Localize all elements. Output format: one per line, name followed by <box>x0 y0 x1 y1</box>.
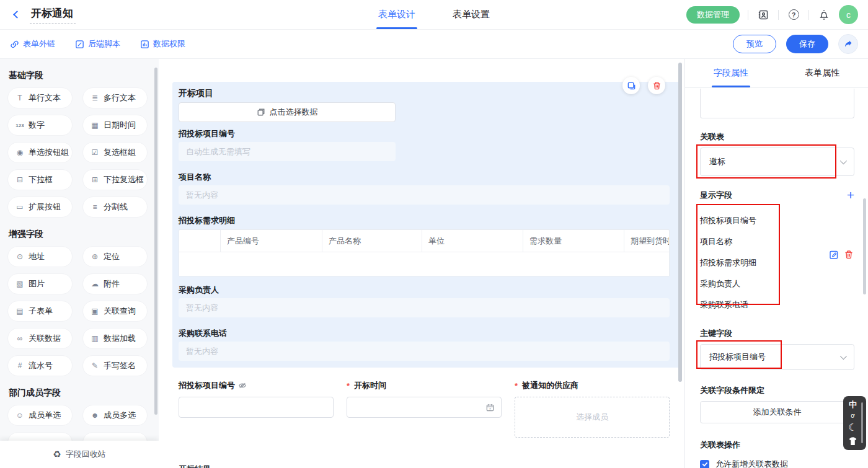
sidebar-item-流水号[interactable]: #流水号 <box>7 355 73 376</box>
share-button[interactable] <box>838 34 858 54</box>
data-manage-button[interactable]: 数据管理 <box>686 6 740 24</box>
tab-form-design[interactable]: 表单设计 <box>378 0 415 29</box>
tab-form-properties[interactable]: 表单属性 <box>777 59 868 87</box>
multi-select-icon: ⊞ <box>90 175 100 184</box>
bid-result-field[interactable]: 开标结果 名次供应商最终得分 <box>179 464 668 468</box>
add-display-field-button[interactable]: + <box>847 190 854 201</box>
delete-field-button[interactable] <box>648 77 665 94</box>
related-data-field-block[interactable]: 开标项目 点击选择数据 招投标项目编号 自动生成无需填写 项目名称 暂无内容 招… <box>172 82 680 368</box>
sidebar-item-单行文本[interactable]: T单行文本 <box>7 87 73 108</box>
allow-add-label: 允许新增关联表数据 <box>715 459 788 468</box>
user-avatar[interactable]: c <box>839 5 858 24</box>
theme-shirt-icon[interactable] <box>848 437 857 446</box>
field-recycle-bin[interactable]: ♻ 字段回收站 <box>0 441 159 468</box>
dark-mode-moon-icon[interactable]: ☾ <box>848 423 857 433</box>
sidebar-item-扩展按钮[interactable]: ▭扩展按钮 <box>7 196 73 218</box>
display-field-item[interactable]: 采购联系电话 <box>700 294 854 316</box>
sidebar-item-附件[interactable]: ☁附件 <box>82 273 148 294</box>
sidebar-item-复选框组[interactable]: ☑复选框组 <box>82 142 148 163</box>
purchase-phone-input[interactable]: 暂无内容 <box>179 342 670 361</box>
edit-icon[interactable] <box>829 250 839 260</box>
field-label: 项目名称 <box>179 172 670 183</box>
select-data-icon <box>257 108 265 117</box>
tab-field-properties[interactable]: 字段属性 <box>685 59 777 87</box>
single-line-text-icon: T <box>15 94 25 102</box>
sidebar-item-关联查询[interactable]: ▣关联查询 <box>82 301 148 322</box>
preview-button[interactable]: 预览 <box>733 35 776 53</box>
related-table-label: 关联表 <box>700 131 854 143</box>
page-title[interactable]: 开标通知 <box>30 6 76 24</box>
sidebar-item-子表单[interactable]: ▤子表单 <box>7 301 73 322</box>
project-no-text-input[interactable] <box>179 397 334 418</box>
field-label: 采购联系电话 <box>179 328 670 339</box>
sidebar-item-数据加载[interactable]: ▥数据加载 <box>82 328 148 349</box>
form-canvas[interactable]: 开标项目 点击选择数据 招投标项目编号 自动生成无需填写 项目名称 暂无内容 招… <box>159 59 684 468</box>
related-table-select[interactable]: 邀标 <box>700 148 854 176</box>
sidebar-item-地址[interactable]: ⊙地址 <box>7 246 73 267</box>
select-members-button[interactable]: 选择成员 <box>515 397 670 438</box>
extension-float-widget[interactable]: 中 ơ ☾ <box>843 396 866 450</box>
add-condition-button[interactable]: 添加关联条件 <box>700 401 854 423</box>
notified-suppliers-field[interactable]: * 被通知的供应商 选择成员 <box>515 380 670 438</box>
primary-key-select[interactable]: 招投标项目编号 <box>700 344 854 370</box>
sidebar-item-label: 定位 <box>104 251 120 262</box>
sidebar-item-成员多选[interactable]: ☻成员多选 <box>82 405 148 426</box>
field-title-input-partial[interactable] <box>700 89 854 118</box>
open-time-date-input[interactable]: 7 <box>347 397 502 418</box>
sidebar-item-成员单选[interactable]: ☺成员单选 <box>7 405 73 426</box>
svg-text:7: 7 <box>489 407 491 410</box>
panel-scrollbar[interactable] <box>863 198 866 294</box>
project-name-input[interactable]: 暂无内容 <box>179 185 670 205</box>
open-time-field[interactable]: * 开标时间 7 <box>347 380 502 438</box>
help-icon[interactable]: ? <box>787 8 800 22</box>
sidebar-item-label: 数据加载 <box>104 333 136 344</box>
sidebar-item-label: 关联数据 <box>29 333 61 344</box>
sidebar-item-分割线[interactable]: ≡分割线 <box>82 196 148 218</box>
select-data-button[interactable]: 点击选择数据 <box>179 102 396 122</box>
back-button[interactable] <box>10 8 24 22</box>
project-no-field[interactable]: 招投标项目编号 <box>179 380 334 438</box>
data-permission-link[interactable]: 数据权限 <box>140 38 185 50</box>
display-field-item[interactable]: 项目名称 <box>700 231 854 252</box>
sidebar-item-关联数据[interactable]: ∞关联数据 <box>7 328 73 349</box>
sidebar-item-数字[interactable]: 123数字 <box>7 115 73 136</box>
tab-form-settings[interactable]: 表单设置 <box>453 0 490 29</box>
address-icon: ⊙ <box>15 252 25 261</box>
sidebar-item-图片[interactable]: ▧图片 <box>7 273 73 294</box>
sidebar-item-日期时间[interactable]: ▦日期时间 <box>82 115 148 136</box>
notification-bell-icon[interactable] <box>817 8 831 22</box>
canvas-scrollbar[interactable] <box>678 63 682 382</box>
sidebar-item-手写签名[interactable]: ✎手写签名 <box>82 355 148 376</box>
display-field-item[interactable]: 采购负责人 <box>700 273 854 294</box>
detail-requirements-table[interactable]: 产品编号产品名称单位需求数量期望到货时间 <box>179 229 670 276</box>
block-title: 开标项目 <box>179 87 670 99</box>
sidebar-item-下拉框[interactable]: ⊟下拉框 <box>7 169 73 190</box>
save-button[interactable]: 保存 <box>786 35 828 53</box>
active-tab-underline <box>376 27 417 29</box>
contacts-book-icon[interactable] <box>756 8 770 22</box>
field-label: 招投标需求明细 <box>179 215 670 226</box>
sidebar-item-单选按钮组[interactable]: ◉单选按钮组 <box>7 142 73 163</box>
language-toggle-icon[interactable]: 中 <box>849 400 857 408</box>
member-single-icon: ☺ <box>15 411 25 420</box>
display-field-item[interactable]: 招投标项目编号 <box>700 210 854 231</box>
sidebar-scrollbar[interactable] <box>154 68 157 415</box>
sidebar-item-下拉复选框[interactable]: ⊞下拉复选框 <box>82 169 148 190</box>
form-external-link[interactable]: 表单外链 <box>10 38 55 50</box>
member-multi-icon: ☻ <box>90 411 100 420</box>
sidebar-item-多行文本[interactable]: ≣多行文本 <box>82 87 148 108</box>
attachment-icon: ☁ <box>90 280 100 288</box>
sidebar-item-label: 关联查询 <box>104 306 136 317</box>
project-no-input[interactable]: 自动生成无需填写 <box>179 142 396 161</box>
backend-script-link[interactable]: 后端脚本 <box>75 38 120 50</box>
pin-icon[interactable]: ơ <box>851 413 855 419</box>
recycle-icon: ♻ <box>53 449 61 460</box>
sidebar-item-label: 附件 <box>104 278 120 289</box>
table-column-header: 需求数量 <box>523 230 624 252</box>
purchase-manager-input[interactable]: 暂无内容 <box>179 298 670 317</box>
sidebar-item-定位[interactable]: ⊕定位 <box>82 246 148 267</box>
chevron-down-icon <box>840 353 847 360</box>
allow-add-checkbox[interactable] <box>700 460 709 468</box>
duplicate-field-button[interactable] <box>622 77 640 94</box>
trash-icon[interactable] <box>844 250 854 260</box>
